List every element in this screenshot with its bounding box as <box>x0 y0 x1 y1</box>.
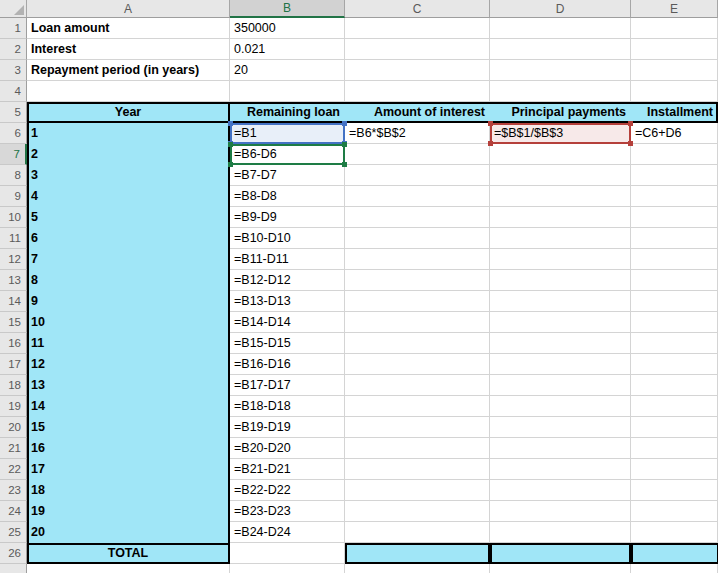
cell-A4[interactable] <box>27 81 230 102</box>
cell-E16[interactable] <box>631 333 718 354</box>
cell-A2[interactable]: Interest <box>27 39 230 60</box>
cell-A25[interactable]: 20 <box>27 522 230 543</box>
cell-C18[interactable] <box>345 375 490 396</box>
cell-C10[interactable] <box>345 207 490 228</box>
cell-C4[interactable] <box>345 81 490 102</box>
cell-E9[interactable] <box>631 186 718 207</box>
cell-A5[interactable]: Year <box>27 102 230 123</box>
cell-A27[interactable] <box>27 564 230 573</box>
cell-E20[interactable] <box>631 417 718 438</box>
cell-C11[interactable] <box>345 228 490 249</box>
cell-A17[interactable]: 12 <box>27 354 230 375</box>
cell-C25[interactable] <box>345 522 490 543</box>
cell-D24[interactable] <box>490 501 631 522</box>
cell-D1[interactable] <box>490 18 631 39</box>
row-header-23[interactable]: 23 <box>0 480 27 501</box>
cell-A23[interactable]: 18 <box>27 480 230 501</box>
cell-A14[interactable]: 9 <box>27 291 230 312</box>
cell-C12[interactable] <box>345 249 490 270</box>
cell-E4[interactable] <box>631 81 718 102</box>
cell-D22[interactable] <box>490 459 631 480</box>
cell-E10[interactable] <box>631 207 718 228</box>
cell-C17[interactable] <box>345 354 490 375</box>
row-header-17[interactable]: 17 <box>0 354 27 375</box>
cell-B18[interactable]: =B17-D17 <box>230 375 345 396</box>
cell-D5[interactable]: Principal payments <box>490 102 631 123</box>
row-header-18[interactable]: 18 <box>0 375 27 396</box>
cell-C20[interactable] <box>345 417 490 438</box>
cell-C2[interactable] <box>345 39 490 60</box>
cell-B26[interactable] <box>230 543 345 564</box>
row-header-20[interactable]: 20 <box>0 417 27 438</box>
cell-D23[interactable] <box>490 480 631 501</box>
cell-C6[interactable]: =B6*$B$2 <box>345 123 490 144</box>
row-header-11[interactable]: 11 <box>0 228 27 249</box>
cell-A10[interactable]: 5 <box>27 207 230 228</box>
row-header-14[interactable]: 14 <box>0 291 27 312</box>
cell-E18[interactable] <box>631 375 718 396</box>
cell-E7[interactable] <box>631 144 718 165</box>
cell-E22[interactable] <box>631 459 718 480</box>
row-header-13[interactable]: 13 <box>0 270 27 291</box>
cell-E26[interactable] <box>631 543 718 564</box>
cell-E6[interactable]: =C6+D6 <box>631 123 718 144</box>
cell-A13[interactable]: 8 <box>27 270 230 291</box>
cell-D10[interactable] <box>490 207 631 228</box>
cell-A3[interactable]: Repayment period (in years) <box>27 60 230 81</box>
row-header-26[interactable]: 26 <box>0 543 27 564</box>
cell-A9[interactable]: 4 <box>27 186 230 207</box>
row-header-9[interactable]: 9 <box>0 186 27 207</box>
cell-A12[interactable]: 7 <box>27 249 230 270</box>
cell-A15[interactable]: 10 <box>27 312 230 333</box>
cell-E8[interactable] <box>631 165 718 186</box>
cell-D2[interactable] <box>490 39 631 60</box>
cell-B22[interactable]: =B21-D21 <box>230 459 345 480</box>
cell-C22[interactable] <box>345 459 490 480</box>
cell-D7[interactable] <box>490 144 631 165</box>
cell-D11[interactable] <box>490 228 631 249</box>
cell-C3[interactable] <box>345 60 490 81</box>
cell-E1[interactable] <box>631 18 718 39</box>
row-header-24[interactable]: 24 <box>0 501 27 522</box>
cell-A20[interactable]: 15 <box>27 417 230 438</box>
cell-D6[interactable]: =$B$1/$B$3 <box>490 123 631 144</box>
cell-D3[interactable] <box>490 60 631 81</box>
cell-D19[interactable] <box>490 396 631 417</box>
cell-D12[interactable] <box>490 249 631 270</box>
column-header-d[interactable]: D <box>490 0 631 18</box>
cell-B27[interactable] <box>230 564 345 573</box>
cell-B12[interactable]: =B11-D11 <box>230 249 345 270</box>
cell-C27[interactable] <box>345 564 490 573</box>
cell-B16[interactable]: =B15-D15 <box>230 333 345 354</box>
row-header-8[interactable]: 8 <box>0 165 27 186</box>
cell-E21[interactable] <box>631 438 718 459</box>
cell-E19[interactable] <box>631 396 718 417</box>
column-header-c[interactable]: C <box>345 0 490 18</box>
cell-B17[interactable]: =B16-D16 <box>230 354 345 375</box>
cell-C7[interactable] <box>345 144 490 165</box>
cell-E23[interactable] <box>631 480 718 501</box>
row-header-25[interactable]: 25 <box>0 522 27 543</box>
column-header-a[interactable]: A <box>27 0 230 18</box>
cell-B8[interactable]: =B7-D7 <box>230 165 345 186</box>
cell-C9[interactable] <box>345 186 490 207</box>
row-header-22[interactable]: 22 <box>0 459 27 480</box>
cell-A19[interactable]: 14 <box>27 396 230 417</box>
cell-C8[interactable] <box>345 165 490 186</box>
cell-E13[interactable] <box>631 270 718 291</box>
cell-D17[interactable] <box>490 354 631 375</box>
column-header-b[interactable]: B <box>230 0 345 18</box>
cell-E14[interactable] <box>631 291 718 312</box>
cell-B11[interactable]: =B10-D10 <box>230 228 345 249</box>
row-header-4[interactable]: 4 <box>0 81 27 102</box>
cell-C19[interactable] <box>345 396 490 417</box>
cell-D27[interactable] <box>490 564 631 573</box>
cell-E17[interactable] <box>631 354 718 375</box>
cell-A22[interactable]: 17 <box>27 459 230 480</box>
row-header-21[interactable]: 21 <box>0 438 27 459</box>
cell-E25[interactable] <box>631 522 718 543</box>
cell-E24[interactable] <box>631 501 718 522</box>
cell-C23[interactable] <box>345 480 490 501</box>
cell-A16[interactable]: 11 <box>27 333 230 354</box>
cell-B20[interactable]: =B19-D19 <box>230 417 345 438</box>
